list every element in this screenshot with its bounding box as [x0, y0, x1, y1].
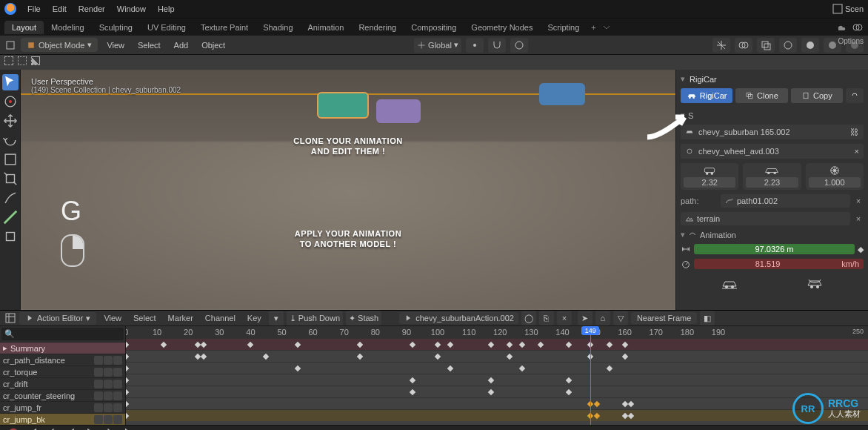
distance-value[interactable]: 97.0326 m: [694, 244, 855, 254]
action-name-field[interactable]: chevy_suburbanAction.002: [399, 312, 518, 324]
tab-geometry-nodes[interactable]: Geometry Nodes: [464, 21, 540, 34]
tool-measure[interactable]: [2, 209, 19, 225]
keyframe[interactable]: [447, 365, 453, 371]
tool-move[interactable]: [2, 113, 19, 129]
tab-uv-editing[interactable]: UV Editing: [140, 21, 193, 34]
keyframe[interactable]: [126, 400, 129, 406]
keyframe-next-button[interactable]: [102, 426, 117, 430]
channel-torque[interactable]: cr_torque: [0, 366, 125, 377]
show-hidden-button[interactable]: ⌂: [595, 311, 610, 325]
channel-drift[interactable]: cr_drift: [0, 377, 125, 389]
filter-funnel-button[interactable]: ▽: [613, 311, 628, 325]
tab-shading[interactable]: Shading: [256, 21, 300, 34]
editor-type-icon[interactable]: [4, 39, 16, 51]
keyframe[interactable]: [201, 353, 207, 359]
track-row[interactable]: [126, 397, 868, 409]
keyframe[interactable]: [487, 341, 493, 347]
keyframe[interactable]: [621, 353, 627, 359]
channel-path-distance[interactable]: cr_path_distance: [0, 354, 125, 366]
track-row[interactable]: [126, 350, 868, 362]
proportional-button[interactable]: [510, 38, 528, 53]
keyframe[interactable]: [594, 412, 600, 418]
keyframe[interactable]: [594, 400, 600, 406]
keyframe[interactable]: [606, 365, 612, 371]
keyframe[interactable]: [410, 377, 415, 383]
dope-menu-view[interactable]: View: [99, 312, 126, 324]
path-field[interactable]: path01.002: [721, 194, 850, 208]
keyframe[interactable]: [357, 341, 363, 347]
keyframe[interactable]: [435, 341, 441, 347]
extra-button[interactable]: [846, 88, 864, 103]
keyframe[interactable]: [566, 388, 572, 394]
tool-select-box[interactable]: [2, 74, 19, 90]
keyframe[interactable]: [518, 365, 524, 371]
select-all-icon[interactable]: [4, 56, 13, 65]
keyframe[interactable]: [621, 341, 627, 347]
only-selected-button[interactable]: ➤: [578, 311, 592, 325]
tool-transform[interactable]: [2, 171, 19, 187]
keyframe[interactable]: [566, 377, 572, 383]
chain-icon[interactable]: ⛓: [850, 128, 859, 136]
orientation-selector[interactable]: Global ▾: [414, 38, 461, 53]
overlay-icon[interactable]: [852, 22, 864, 33]
add-workspace-button[interactable]: +: [587, 21, 600, 34]
keyframe-icon[interactable]: ◆: [858, 245, 864, 254]
menu-file[interactable]: File: [22, 3, 46, 15]
track-row[interactable]: [126, 386, 868, 397]
tool-cursor[interactable]: [2, 93, 19, 110]
car-ground-icon[interactable]: [721, 277, 738, 290]
keyframe[interactable]: [487, 377, 493, 383]
jump-end-button[interactable]: [121, 426, 136, 430]
keyframe[interactable]: [410, 341, 415, 347]
val-1[interactable]: 2.32: [684, 177, 735, 188]
keyframe[interactable]: [518, 341, 524, 347]
clear-path-button[interactable]: ×: [853, 196, 864, 205]
dope-menu-select[interactable]: Select: [129, 312, 161, 324]
clone-button[interactable]: Clone: [735, 88, 787, 103]
keyframe[interactable]: [566, 341, 572, 347]
mode-selector[interactable]: Object Mode ▾: [21, 38, 98, 52]
menu-window[interactable]: Window: [112, 3, 151, 15]
terrain-field[interactable]: terrain: [681, 212, 850, 225]
shading-wireframe[interactable]: [779, 38, 797, 53]
tab-modeling[interactable]: Modeling: [44, 21, 92, 34]
close-icon[interactable]: ×: [855, 147, 859, 156]
frame-ruler[interactable]: 0102030405060708090100110120130140150160…: [126, 326, 868, 338]
keyframe-prev-button[interactable]: [44, 426, 59, 430]
keyframe[interactable]: [294, 341, 300, 347]
car-selected[interactable]: [317, 92, 369, 119]
snap-mode[interactable]: Nearest Frame: [631, 312, 697, 324]
keyframe[interactable]: [628, 412, 634, 418]
speed-bar[interactable]: 81.519 km/h: [694, 259, 864, 269]
dope-editor-icon[interactable]: [4, 312, 16, 324]
animation-section-label[interactable]: Animation: [700, 231, 736, 239]
lock-icon[interactable]: [104, 356, 113, 365]
channel-summary[interactable]: ▸Summary: [0, 342, 125, 354]
dope-menu-key[interactable]: Key: [243, 312, 266, 324]
val-3[interactable]: 1.000: [809, 177, 861, 188]
menu-edit[interactable]: Edit: [47, 3, 72, 15]
keyframe[interactable]: [126, 412, 129, 418]
keyframe[interactable]: [201, 341, 207, 347]
fake-user-button[interactable]: ◯: [521, 311, 536, 325]
header-menu-object[interactable]: Object: [197, 39, 230, 51]
pivot-button[interactable]: [466, 38, 484, 53]
keyframe[interactable]: [628, 400, 634, 406]
keyframe[interactable]: [160, 341, 166, 347]
track-row[interactable]: [126, 362, 868, 374]
unlink-action-button[interactable]: ×: [557, 311, 572, 325]
channel-search[interactable]: 🔍: [1, 328, 124, 340]
show-gizmo-button[interactable]: [712, 38, 730, 53]
dope-extra-button[interactable]: ◧: [700, 311, 715, 325]
header-menu-select[interactable]: Select: [133, 39, 165, 51]
xray-button[interactable]: [757, 38, 775, 53]
keyframe[interactable]: [447, 341, 453, 347]
dope-filter-button[interactable]: ▾: [269, 311, 284, 325]
channel-jump-bk[interactable]: cr_jump_bk: [0, 413, 125, 425]
options-link[interactable]: Options: [838, 37, 864, 45]
keyframe[interactable]: [126, 341, 129, 347]
scene-name[interactable]: Scen: [845, 4, 864, 13]
keyframe[interactable]: [507, 341, 513, 347]
menu-render[interactable]: Render: [73, 3, 110, 15]
tab-scripting[interactable]: Scripting: [540, 21, 587, 34]
